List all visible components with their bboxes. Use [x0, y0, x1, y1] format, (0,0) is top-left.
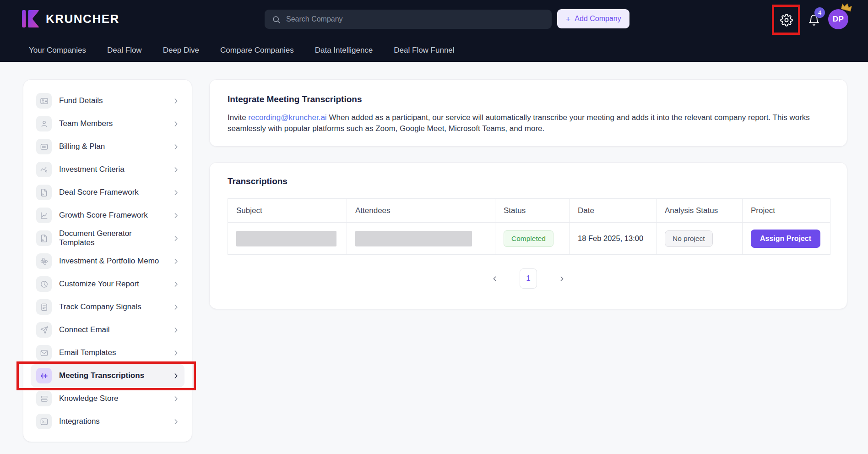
primary-nav: Your Companies Deal Flow Deep Dive Compa… — [29, 38, 455, 62]
sidebar-item-meeting-transcriptions[interactable]: Meeting Transcriptions — [31, 364, 184, 387]
sidebar-item-label: Investment & Portfolio Memo — [59, 257, 165, 266]
sidebar-item-connect-email[interactable]: Connect Email — [31, 318, 184, 341]
integrate-transcriptions-card: Integrate Meeting Transcriptions Invite … — [209, 79, 847, 147]
sidebar-item-label: Growth Score Framework — [59, 211, 165, 220]
sidebar-item-customize-your-report[interactable]: Customize Your Report — [31, 273, 184, 295]
sidebar-item-label: Track Company Signals — [59, 302, 165, 312]
chevron-left-icon — [491, 275, 499, 283]
sidebar-item-label: Meeting Transcriptions — [59, 371, 165, 380]
sidebar-item-integrations[interactable]: Integrations — [31, 410, 184, 433]
billing-card-icon — [36, 139, 52, 154]
brand-name: KRUNCHER — [46, 12, 119, 26]
col-project: Project — [743, 199, 830, 223]
note-icon — [36, 299, 52, 315]
sidebar-item-label: Document Generator Templates — [59, 229, 165, 247]
user-avatar[interactable]: DP — [828, 9, 848, 29]
sidebar-item-email-templates[interactable]: Email Templates — [31, 341, 184, 364]
col-date: Date — [570, 199, 656, 223]
sidebar-item-document-generator-templates[interactable]: Document Generator Templates — [31, 227, 184, 250]
sidebar-item-label: Knowledge Store — [59, 394, 165, 403]
integrate-card-title: Integrate Meeting Transcriptions — [228, 94, 829, 104]
sidebar-item-investment-and-portfolio-memo[interactable]: Investment & Portfolio Memo — [31, 250, 184, 273]
layers-icon — [36, 391, 52, 406]
chevron-right-icon — [558, 275, 566, 283]
next-page-button[interactable] — [556, 273, 568, 284]
chevron-right-icon — [172, 189, 180, 197]
gear-icon — [780, 14, 793, 27]
sidebar-item-label: Team Members — [59, 119, 165, 128]
sidebar-item-billing-and-plan[interactable]: Billing & Plan — [31, 135, 184, 158]
sidebar-item-label: Fund Details — [59, 96, 165, 105]
nav-deep-dive[interactable]: Deep Dive — [163, 46, 199, 55]
id-card-icon — [36, 93, 52, 109]
sidebar-item-label: Investment Criteria — [59, 165, 165, 174]
document-badge-icon — [36, 185, 52, 200]
add-company-button[interactable]: + Add Company — [557, 9, 629, 28]
recording-email-link[interactable]: recording@kruncher.ai — [248, 113, 326, 122]
company-search[interactable] — [265, 10, 552, 29]
settings-gear-button[interactable] — [780, 14, 793, 27]
chevron-right-icon — [172, 303, 180, 311]
sidebar-item-label: Billing & Plan — [59, 142, 165, 151]
integrate-card-body: Invite recording@kruncher.ai When added … — [228, 112, 829, 134]
sidebar-item-deal-score-framework[interactable]: Deal Score Framework — [31, 181, 184, 204]
assign-project-button[interactable]: Assign Project — [751, 230, 820, 248]
nav-data-intelligence[interactable]: Data Intelligence — [315, 46, 373, 55]
sidebar-item-label: Email Templates — [59, 348, 165, 357]
chevron-right-icon — [172, 395, 180, 403]
nav-your-companies[interactable]: Your Companies — [29, 46, 86, 55]
nav-deal-flow-funnel[interactable]: Deal Flow Funnel — [394, 46, 454, 55]
sidebar-item-label: Integrations — [59, 417, 165, 426]
chevron-right-icon — [172, 212, 180, 219]
status-badge: Completed — [504, 230, 553, 247]
chevron-right-icon — [172, 349, 180, 357]
redacted-subject — [236, 231, 336, 246]
sidebar-item-fund-details[interactable]: Fund Details — [31, 89, 184, 112]
search-icon — [272, 15, 281, 24]
chevron-right-icon — [172, 97, 180, 105]
prev-page-button[interactable] — [489, 273, 500, 284]
nav-deal-flow[interactable]: Deal Flow — [107, 46, 142, 55]
chevron-right-icon — [172, 280, 180, 288]
table-row: Completed 18 Feb 2025, 13:00 No project … — [228, 223, 830, 255]
app-window: KRUNCHER + Add Company 4 DP — [0, 0, 868, 454]
sidebar-item-track-company-signals[interactable]: Track Company Signals — [31, 295, 184, 318]
add-company-label: Add Company — [575, 15, 621, 23]
chevron-right-icon — [172, 418, 180, 426]
chevron-right-icon — [172, 326, 180, 334]
waveform-icon — [36, 368, 52, 383]
sidebar-item-growth-score-framework[interactable]: Growth Score Framework — [31, 204, 184, 227]
date-value: 18 Feb 2025, 13:00 — [578, 234, 643, 242]
col-status: Status — [495, 199, 570, 223]
send-icon — [36, 322, 52, 338]
nav-compare-companies[interactable]: Compare Companies — [220, 46, 294, 55]
user-icon — [36, 116, 52, 131]
clock-icon — [36, 276, 52, 292]
settings-sidebar: Fund DetailsTeam MembersBilling & PlanIn… — [23, 79, 192, 442]
plus-icon: + — [565, 15, 570, 23]
avatar-initials: DP — [833, 15, 844, 24]
col-analysis-status: Analysis Status — [656, 199, 743, 223]
kruncher-logo-icon — [22, 9, 39, 28]
sidebar-item-knowledge-store[interactable]: Knowledge Store — [31, 387, 184, 410]
chevron-right-icon — [172, 257, 180, 265]
analysis-status-badge: No project — [665, 230, 713, 247]
brand-logo[interactable]: KRUNCHER — [22, 9, 119, 28]
body-prefix: Invite — [228, 113, 248, 122]
sidebar-item-label: Customize Your Report — [59, 279, 165, 289]
sidebar-item-team-members[interactable]: Team Members — [31, 112, 184, 135]
sidebar-item-label: Connect Email — [59, 325, 165, 334]
notification-count-badge: 4 — [814, 7, 825, 18]
chart-star-icon — [36, 162, 52, 177]
envelope-icon — [36, 345, 52, 361]
col-subject: Subject — [228, 199, 347, 223]
chevron-right-icon — [172, 166, 180, 174]
chevron-right-icon — [172, 235, 180, 242]
top-header: KRUNCHER + Add Company 4 DP — [0, 0, 868, 62]
sidebar-item-label: Deal Score Framework — [59, 188, 165, 197]
atom-icon — [36, 253, 52, 269]
search-input[interactable] — [286, 15, 544, 23]
sidebar-item-investment-criteria[interactable]: Investment Criteria — [31, 158, 184, 181]
document-badge-icon — [36, 230, 52, 246]
page-number-button[interactable]: 1 — [520, 268, 537, 289]
